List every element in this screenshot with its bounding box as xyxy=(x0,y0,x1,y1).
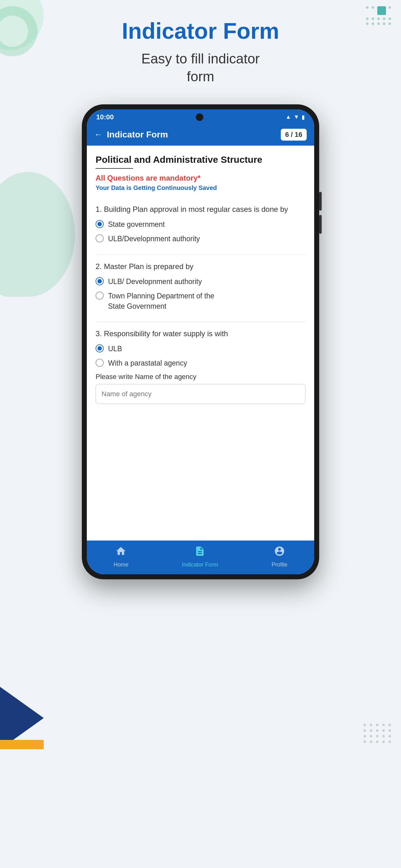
question-2-number: 2. xyxy=(96,262,104,271)
side-buttons xyxy=(319,192,322,234)
q3-sub-label: Please write Name of the agency xyxy=(96,373,305,381)
q1-radio-1[interactable] xyxy=(96,220,104,228)
q1-label-2: ULB/Developnment authority xyxy=(108,234,200,244)
question-3-number: 3. xyxy=(96,329,104,338)
bottom-nav: Home Indicator Form xyxy=(87,540,314,574)
section-header: Political and Administrative Structure A… xyxy=(96,154,305,191)
q2-radio-2[interactable] xyxy=(96,291,104,300)
question-2: 2. Master Plan is prepared by ULB/ Devel… xyxy=(96,255,305,322)
app-bar-left: ← Indicator Form xyxy=(94,130,168,140)
page-header: Indicator Form Easy to fill indicatorfor… xyxy=(0,0,401,95)
q1-radio-2[interactable] xyxy=(96,234,104,243)
question-1: 1. Building Plan approval in most regula… xyxy=(96,198,305,255)
nav-item-profile[interactable]: Profile xyxy=(271,546,287,568)
nav-label-profile: Profile xyxy=(271,561,287,568)
q3-radio-1[interactable] xyxy=(96,344,104,352)
phone-frame: 10:00 ▲ ▼ ▮ ← Indicator Form 6 / 16 xyxy=(82,104,319,579)
camera-notch xyxy=(196,114,203,121)
app-bar: ← Indicator Form 6 / 16 xyxy=(87,124,314,146)
phone-container: 10:00 ▲ ▼ ▮ ← Indicator Form 6 / 16 xyxy=(0,104,401,579)
signal-icon: ▲ xyxy=(286,114,291,120)
q3-label-1: ULB xyxy=(108,344,122,354)
question-1-text: 1. Building Plan approval in most regula… xyxy=(96,204,305,215)
q3-option-2[interactable]: With a parastatal agency xyxy=(96,358,305,368)
nav-label-indicator-form: Indicator Form xyxy=(182,561,218,568)
content-area: Political and Administrative Structure A… xyxy=(87,146,314,540)
q2-option-1[interactable]: ULB/ Developnment authority xyxy=(96,277,305,286)
mandatory-text: All Questions are mandatory* xyxy=(96,174,305,183)
section-title: Political and Administrative Structure xyxy=(96,154,305,165)
battery-icon: ▮ xyxy=(302,114,305,121)
form-icon xyxy=(194,546,205,560)
nav-item-home[interactable]: Home xyxy=(113,546,128,568)
profile-icon xyxy=(274,546,285,560)
bg-dots-bottom-right xyxy=(364,724,392,743)
q1-option-1[interactable]: State government xyxy=(96,219,305,229)
bg-decoration-bar xyxy=(0,740,44,749)
page-title: Indicator Form xyxy=(19,19,382,43)
q1-label-1: State government xyxy=(108,219,165,229)
saving-text: Your Data is Getting Continuously Saved xyxy=(96,184,305,191)
q1-option-2[interactable]: ULB/Developnment authority xyxy=(96,234,305,244)
home-icon xyxy=(115,546,127,560)
question-3: 3. Responsibility for water supply is wi… xyxy=(96,322,305,410)
wifi-icon: ▼ xyxy=(294,114,299,120)
q2-label-1: ULB/ Developnment authority xyxy=(108,277,202,286)
page-badge: 6 / 16 xyxy=(281,129,307,141)
status-time: 10:00 xyxy=(96,113,114,121)
nav-item-indicator-form[interactable]: Indicator Form xyxy=(182,546,218,568)
q3-label-2: With a parastatal agency xyxy=(108,358,187,368)
q2-option-2[interactable]: Town Planning Department of theState Gov… xyxy=(96,291,305,311)
question-1-number: 1. xyxy=(96,205,104,213)
phone-screen: 10:00 ▲ ▼ ▮ ← Indicator Form 6 / 16 xyxy=(87,110,314,574)
nav-label-home: Home xyxy=(113,561,128,568)
page-subtitle: Easy to fill indicatorform xyxy=(19,50,382,85)
agency-name-input[interactable] xyxy=(96,384,305,404)
status-bar: 10:00 ▲ ▼ ▮ xyxy=(87,110,314,124)
q2-label-2: Town Planning Department of theState Gov… xyxy=(108,291,214,311)
q2-radio-1[interactable] xyxy=(96,277,104,285)
back-button[interactable]: ← xyxy=(94,130,102,140)
section-divider xyxy=(96,168,133,169)
status-icons: ▲ ▼ ▮ xyxy=(286,114,305,121)
question-2-text: 2. Master Plan is prepared by xyxy=(96,261,305,272)
q3-radio-2[interactable] xyxy=(96,359,104,367)
question-3-text: 3. Responsibility for water supply is wi… xyxy=(96,329,305,339)
q3-option-1[interactable]: ULB xyxy=(96,344,305,354)
app-bar-title: Indicator Form xyxy=(107,130,168,140)
